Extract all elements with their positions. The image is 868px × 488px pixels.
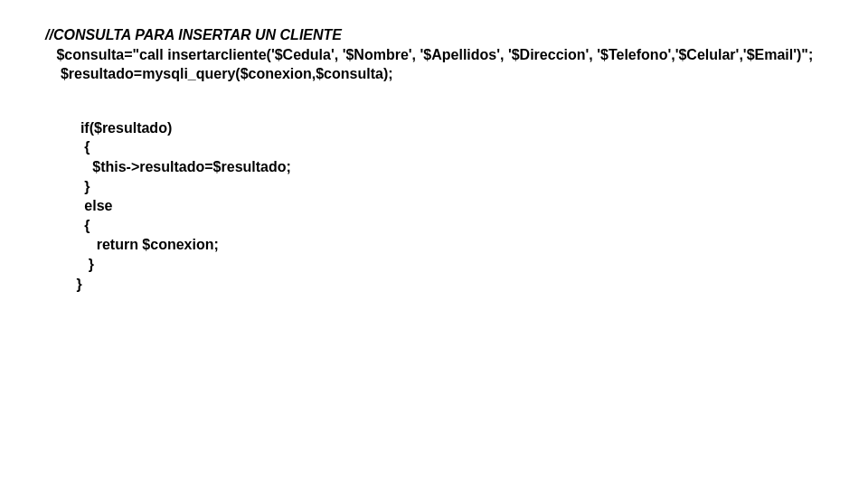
code-line-return: return $conexion; [72,235,823,255]
code-line-assign: $this->resultado=$resultado; [72,157,823,177]
code-line-else: else [72,196,823,216]
code-line-brace-close-2: } [72,255,823,275]
code-comment: //CONSULTA PARA INSERTAR UN CLIENTE [45,25,823,45]
code-line-if: if($resultado) [72,118,823,138]
code-line-brace-open-1: { [72,137,823,157]
code-line-brace-open-2: { [72,216,823,236]
code-line-brace-close-1: } [72,177,823,197]
code-line-consulta: $consulta="call insertarcliente('$Cedula… [45,45,823,65]
code-line-resultado: $resultado=mysqli_query($conexion,$consu… [45,64,823,84]
code-line-brace-close-3: } [72,275,823,295]
code-block: if($resultado) { $this->resultado=$resul… [45,118,823,294]
